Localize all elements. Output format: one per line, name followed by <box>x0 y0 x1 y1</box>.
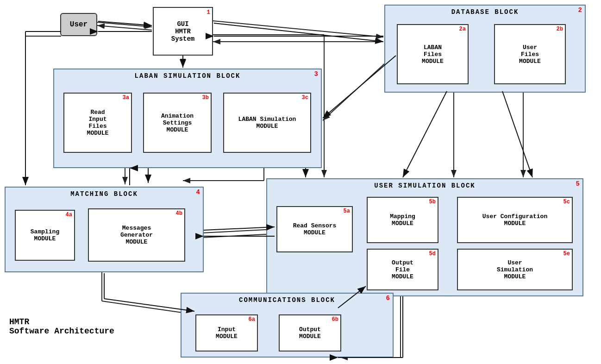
footer-line1: HMTR <box>9 317 29 326</box>
animation-settings-label: AnimationSettingsMODULE <box>161 113 194 133</box>
output-file-module: 5d OutputFileMODULE <box>367 249 438 290</box>
database-block-num: 2 <box>578 6 582 14</box>
read-input-label: ReadInputFilesMODULE <box>87 109 109 137</box>
svg-line-3 <box>97 25 152 30</box>
user-files-module: 2b UserFilesMODULE <box>494 24 566 84</box>
user-sim-module: 5e UserSimulationMODULE <box>457 249 573 290</box>
user-files-label: UserFilesMODULE <box>519 44 541 65</box>
matching-block-label: MATCHING BLOCK <box>70 190 138 198</box>
output-module: 6b OutputMODULE <box>279 314 341 351</box>
user-sim-block-num: 5 <box>576 180 580 188</box>
read-sensors-label: Read SensorsMODULE <box>293 222 337 236</box>
laban-sim-block-num: 3 <box>314 70 318 78</box>
input-module: 6a InputMODULE <box>195 314 258 351</box>
messages-generator-label: MessagesGeneratorMODULE <box>120 225 153 245</box>
sampling-module: 4a SamplingMODULE <box>15 210 75 261</box>
svg-line-42 <box>502 91 532 177</box>
comms-block-num: 6 <box>386 295 390 302</box>
footer-text: HMTR Software Architecture <box>9 317 114 336</box>
laban-sim-block-label: LABAN SIMULATION BLOCK <box>135 72 241 80</box>
read-input-module: 3a ReadInputFilesMODULE <box>63 93 132 153</box>
gui-label: GUIHMTRSystem <box>171 20 194 43</box>
input-module-label: InputMODULE <box>216 326 238 340</box>
laban-files-module: 2a LABANFilesMODULE <box>397 24 469 84</box>
read-sensors-module: 5a Read SensorsMODULE <box>276 206 353 252</box>
laban-simulation-module: 3c LABAN SimulationMODULE <box>223 93 311 153</box>
output-module-label: OutputMODULE <box>299 326 321 340</box>
sampling-label: SamplingMODULE <box>31 228 59 242</box>
output-file-label: OutputFileMODULE <box>392 259 413 280</box>
database-block: 2 DATABASE BLOCK 2a LABANFilesMODULE 2b … <box>384 5 586 93</box>
communications-block: 6 COMMUNICATIONS BLOCK 6a InputMODULE 6b… <box>181 293 394 358</box>
architecture-diagram: User 1 GUIHMTRSystem 2 DATABASE BLOCK 2a… <box>0 0 601 364</box>
database-block-label: DATABASE BLOCK <box>451 8 519 16</box>
comms-block-label: COMMUNICATIONS BLOCK <box>239 296 335 304</box>
user-label: User <box>70 20 88 29</box>
mapping-label: MappingMODULE <box>390 213 415 227</box>
user-config-label: User ConfigurationMODULE <box>482 213 547 227</box>
user-simulation-block: 5 USER SIMULATION BLOCK 5a Read SensorsM… <box>266 178 583 296</box>
matching-block-num: 4 <box>196 188 200 196</box>
svg-line-41 <box>403 91 447 177</box>
animation-settings-module: 3b AnimationSettingsMODULE <box>143 93 212 153</box>
svg-line-31 <box>214 23 383 42</box>
laban-simulation-module-label: LABAN SimulationMODULE <box>238 116 296 130</box>
gui-hmtr-module: 1 GUIHMTRSystem <box>153 7 213 56</box>
messages-generator-module: 4b MessagesGeneratorMODULE <box>88 208 185 262</box>
mapping-module: 5b MappingMODULE <box>367 197 438 243</box>
user-box: User <box>60 13 97 36</box>
laban-simulation-block: 3 LABAN SIMULATION BLOCK 3a ReadInputFil… <box>53 69 322 168</box>
svg-line-39 <box>204 227 275 230</box>
svg-line-2 <box>97 22 152 27</box>
user-config-module: 5c User ConfigurationMODULE <box>457 197 573 243</box>
footer-line2: Software Architecture <box>9 326 114 336</box>
user-sim-block-label: USER SIMULATION BLOCK <box>374 182 475 189</box>
svg-line-29 <box>98 21 152 25</box>
gui-num: 1 <box>207 9 210 16</box>
laban-files-label: LABANFilesMODULE <box>422 44 444 65</box>
matching-block: 4 MATCHING BLOCK 4a SamplingMODULE 4b Me… <box>5 187 204 272</box>
svg-line-4 <box>213 21 383 37</box>
user-simulation-label: UserSimulationMODULE <box>497 259 533 280</box>
